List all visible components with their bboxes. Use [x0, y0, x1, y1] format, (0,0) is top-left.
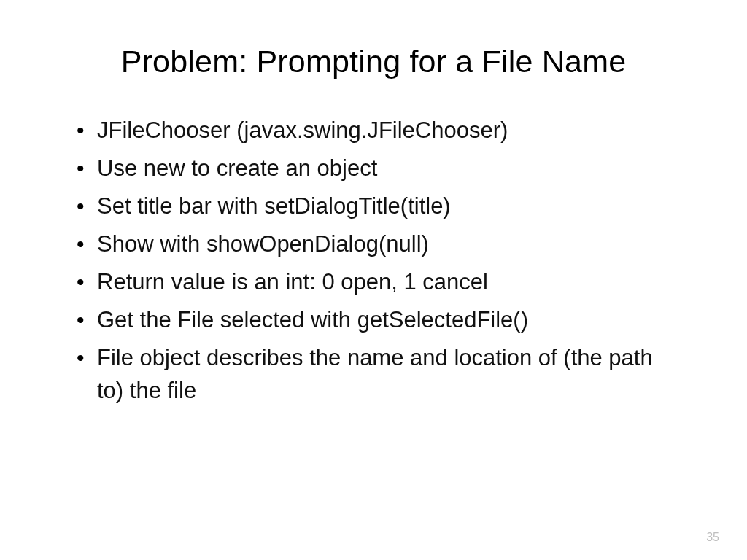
slide: Problem: Prompting for a File Name JFile…: [0, 0, 747, 560]
page-number: 35: [706, 531, 719, 544]
list-item: JFileChooser (javax.swing.JFileChooser): [69, 114, 678, 147]
list-item: File object describes the name and locat…: [69, 342, 678, 408]
list-item: Return value is an int: 0 open, 1 cancel: [69, 266, 678, 299]
list-item: Show with showOpenDialog(null): [69, 228, 678, 261]
bullet-list: JFileChooser (javax.swing.JFileChooser) …: [69, 114, 678, 408]
list-item: Get the File selected with getSelectedFi…: [69, 304, 678, 337]
list-item: Set title bar with setDialogTitle(title): [69, 190, 678, 223]
slide-title: Problem: Prompting for a File Name: [69, 44, 678, 79]
list-item: Use new to create an object: [69, 152, 678, 185]
